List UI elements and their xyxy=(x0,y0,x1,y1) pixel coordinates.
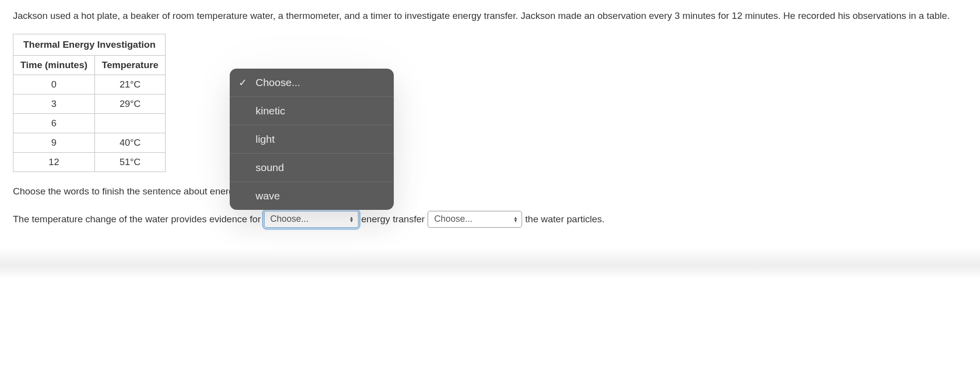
dropdown-option-sound[interactable]: sound xyxy=(230,154,394,182)
cell-time: 6 xyxy=(13,113,95,133)
col-header-time: Time (minutes) xyxy=(13,55,95,75)
cell-time: 9 xyxy=(13,133,95,152)
chevron-updown-icon: ▲▼ xyxy=(513,216,518,222)
sentence-part-2: energy transfer xyxy=(361,214,425,225)
select-energy-type[interactable]: Choose... ▲▼ xyxy=(264,211,358,228)
prompt-text: Choose the words to finish the sentence … xyxy=(13,186,967,197)
dropdown-option-placeholder[interactable]: Choose... xyxy=(230,69,394,97)
table-row: 3 29°C xyxy=(13,94,166,113)
table-row: 6 xyxy=(13,113,166,133)
cell-temp: 29°C xyxy=(94,94,166,113)
intro-text: Jackson used a hot plate, a beaker of ro… xyxy=(13,9,967,23)
table-row: 9 40°C xyxy=(13,133,166,152)
select-value: Choose... xyxy=(434,214,472,224)
table-row: 12 51°C xyxy=(13,152,166,172)
dropdown-option-wave[interactable]: wave xyxy=(230,182,394,210)
table-title: Thermal Energy Investigation xyxy=(13,34,166,55)
sentence-part-3: the water particles. xyxy=(525,214,604,225)
cell-time: 12 xyxy=(13,152,95,172)
dropdown-option-kinetic[interactable]: kinetic xyxy=(230,97,394,125)
answer-sentence: The temperature change of the water prov… xyxy=(13,211,967,228)
col-header-temp: Temperature xyxy=(94,55,166,75)
dropdown-menu[interactable]: Choose... kinetic light sound wave xyxy=(230,69,394,210)
data-table: Thermal Energy Investigation Time (minut… xyxy=(13,34,166,172)
cell-temp: 51°C xyxy=(94,152,166,172)
cell-temp: 21°C xyxy=(94,75,166,94)
table-row: 0 21°C xyxy=(13,75,166,94)
sentence-part-1: The temperature change of the water prov… xyxy=(13,214,261,225)
cell-temp xyxy=(94,113,166,133)
cell-time: 3 xyxy=(13,94,95,113)
select-direction[interactable]: Choose... ▲▼ xyxy=(428,211,522,228)
select-value: Choose... xyxy=(270,214,309,224)
chevron-updown-icon: ▲▼ xyxy=(350,216,354,222)
cell-temp: 40°C xyxy=(94,133,166,152)
dropdown-option-light[interactable]: light xyxy=(230,125,394,154)
cell-time: 0 xyxy=(13,75,95,94)
page-bottom-shadow xyxy=(0,248,980,277)
question-container: Jackson used a hot plate, a beaker of ro… xyxy=(0,0,980,248)
